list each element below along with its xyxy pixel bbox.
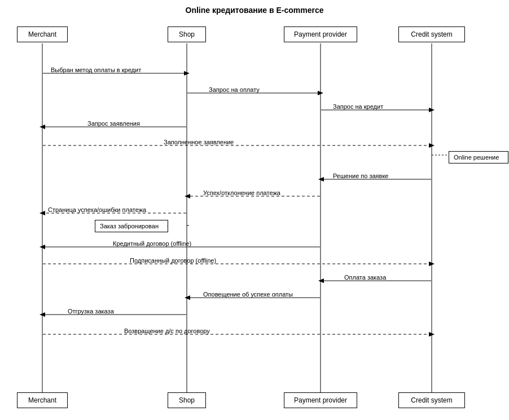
svg-marker-23 (40, 245, 45, 249)
note-online-decision: Online решение (449, 151, 508, 163)
svg-marker-16 (318, 177, 324, 182)
svg-marker-9 (429, 108, 435, 112)
svg-marker-7 (318, 91, 323, 95)
svg-marker-13 (429, 143, 435, 148)
svg-marker-18 (185, 194, 190, 198)
msg-label-3: Запрос на кредит (333, 103, 383, 110)
actor-shop-top: Shop (168, 26, 206, 42)
msg-label-6: Решение по заявке (333, 173, 388, 179)
svg-marker-5 (184, 71, 190, 76)
svg-marker-11 (40, 125, 45, 129)
msg-label-11: Оплата заказа (344, 274, 386, 281)
msg-label-9: Кредитный договор (offline) (113, 240, 191, 247)
msg-label-4: Запрос заявления (87, 120, 140, 127)
note-order-reserved: Заказ забронирован (95, 220, 168, 232)
msg-label-14: Возвращение д/с по договору (124, 328, 210, 334)
actor-shop-bottom: Shop (168, 392, 206, 408)
actor-credit-top: Credit system (398, 26, 465, 42)
msg-label-1: Выбран метод оплаты в кредит (51, 67, 141, 73)
diagram-title: Online кредитование в E-commerce (0, 6, 509, 15)
msg-label-8: Страница успеха/ошибки платежа (48, 206, 146, 213)
actor-payment-top: Payment provider (284, 26, 357, 42)
msg-label-13: Отгрузка заказа (68, 308, 114, 315)
msg-label-10: Подписанный договор (offline) (130, 257, 216, 264)
msg-label-7: Успех/отклонение платежа (203, 189, 280, 196)
actor-credit-bottom: Credit system (398, 392, 465, 408)
msg-label-5: Заполненное заявление (164, 139, 234, 145)
svg-marker-25 (429, 262, 435, 266)
svg-marker-33 (429, 332, 435, 337)
svg-marker-31 (40, 312, 45, 317)
svg-marker-27 (318, 278, 324, 283)
svg-marker-29 (185, 295, 190, 300)
actor-merchant-top: Merchant (17, 26, 68, 42)
sequence-diagram: Online кредитование в E-commerce Merchan… (0, 0, 509, 420)
actor-merchant-bottom: Merchant (17, 392, 68, 408)
msg-label-2: Запрос на оплату (209, 86, 260, 93)
msg-label-12: Оповещение об успехе оплаты (203, 291, 293, 298)
svg-marker-20 (40, 211, 45, 215)
actor-payment-bottom: Payment provider (284, 392, 357, 408)
